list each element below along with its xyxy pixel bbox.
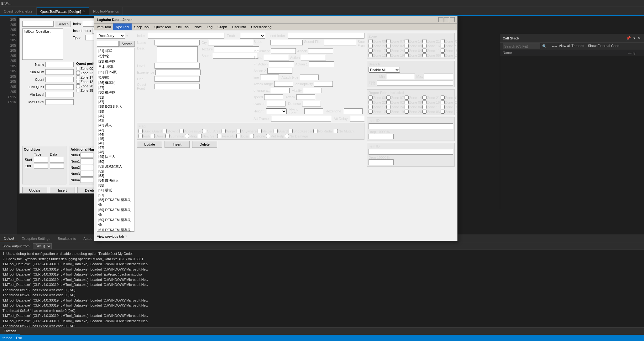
npc-stand-input[interactable] — [264, 55, 289, 60]
list-item[interactable]: [52] — [97, 169, 134, 173]
bottom-tab-threads[interactable]: Threads — [0, 328, 20, 335]
list-item[interactable]: [53] — [97, 173, 134, 178]
menu-item-npc[interactable]: Npc Tool — [113, 23, 132, 30]
npc-desc-textarea[interactable] — [157, 46, 198, 62]
no-radar-cb[interactable] — [313, 129, 317, 133]
npc-delete-btn[interactable]: Delete — [192, 141, 217, 148]
root-dropdown[interactable]: Root Jurry — [97, 33, 125, 39]
list-item[interactable]: [30] 概率蛇 — [97, 90, 134, 95]
regen-z09[interactable] — [405, 100, 409, 104]
callstack-search-input[interactable] — [503, 44, 540, 49]
menu-item-user-tracking[interactable]: User tracking — [249, 23, 274, 30]
npc-attdelay-input[interactable] — [350, 116, 364, 121]
list-item[interactable]: [47] — [97, 145, 134, 150]
npc-action2-input[interactable] — [267, 68, 292, 74]
item-id-input-1[interactable] — [369, 123, 453, 129]
bstone-cb[interactable] — [250, 134, 254, 138]
minimize-btn[interactable]: − — [438, 17, 443, 22]
regen-z04[interactable] — [405, 105, 409, 109]
list-item[interactable]: [27] — [97, 85, 134, 90]
output-tab-output[interactable]: Output — [0, 235, 18, 242]
regen-z11[interactable] — [422, 105, 427, 109]
list-item[interactable]: [49] 队主人 — [97, 154, 134, 159]
cond-start-data[interactable] — [50, 157, 64, 163]
npc-search-input[interactable] — [97, 41, 119, 47]
list-item[interactable]: [37] — [97, 100, 134, 104]
list-item[interactable]: [21] 将军 — [97, 48, 134, 54]
npc-line-input[interactable] — [154, 76, 200, 82]
npc-attacktype-input[interactable] — [300, 75, 319, 80]
list-item[interactable]: [50] — [97, 159, 134, 164]
npc-action1-input[interactable] — [309, 61, 334, 67]
view-all-threads-btn[interactable]: ⇐⇒ — [551, 44, 558, 49]
list-item[interactable]: 概率蛇 — [97, 75, 134, 80]
peaceful-cb[interactable] — [217, 134, 221, 138]
npc-z00[interactable] — [369, 39, 373, 43]
npc-name-input[interactable] — [154, 40, 200, 45]
moving-cb[interactable] — [163, 129, 167, 133]
summon-cb[interactable] — [165, 134, 170, 138]
callstack-menu-btn[interactable]: ▾ — [633, 35, 636, 41]
tab-quest-design[interactable]: QuestToolPa....cs [Design] ✕ — [37, 7, 90, 15]
height-select[interactable] — [266, 108, 287, 114]
npc-z07[interactable] — [386, 39, 390, 43]
max-level-input[interactable] — [45, 99, 74, 105]
quest-insert-btn[interactable]: Insert — [50, 187, 75, 194]
output-source-select[interactable]: Debug — [33, 243, 52, 249]
npc-attack-input[interactable] — [308, 48, 333, 54]
list-item[interactable]: [43] — [97, 128, 134, 132]
regen-z00[interactable] — [369, 96, 373, 100]
regen-z24[interactable] — [386, 105, 390, 109]
npc-flyingseat-input[interactable] — [304, 108, 323, 114]
npc-z18[interactable] — [441, 49, 445, 53]
npc-vitality-input[interactable] — [303, 88, 322, 93]
list-item[interactable]: [40] — [97, 114, 134, 118]
npc-z16[interactable] — [422, 44, 427, 48]
npc-cry-input[interactable] — [208, 40, 253, 45]
npc-search-btn[interactable]: Search — [119, 41, 135, 47]
npc-search-max[interactable] — [424, 74, 453, 79]
search-icon-btn[interactable]: 🔍 — [542, 44, 547, 49]
winpy-cb[interactable] — [222, 129, 226, 133]
list-item[interactable]: [39] — [97, 109, 134, 114]
drop-input-1[interactable] — [369, 134, 394, 139]
menu-item-tool[interactable]: Item Tool — [94, 23, 113, 30]
regen-z22[interactable] — [369, 100, 373, 104]
npc-z09[interactable] — [405, 44, 409, 48]
zone28-cb[interactable] — [76, 84, 80, 88]
boss-cb[interactable] — [236, 134, 240, 138]
npc-absorptivity-input[interactable] — [314, 81, 333, 87]
npc-dialog-titlebar[interactable]: Laghaim Data - Jonas − □ ✕ — [94, 16, 457, 23]
count-input[interactable] — [45, 77, 74, 82]
npc-z12[interactable] — [369, 53, 373, 57]
npc-z02[interactable] — [386, 44, 390, 48]
npc-experience-input[interactable] — [155, 70, 201, 75]
zone22-cb[interactable] — [76, 71, 80, 75]
list-item[interactable]: [56] 横板 — [97, 188, 134, 193]
npc-line2-input[interactable] — [260, 75, 279, 80]
aggressive-cb[interactable] — [180, 129, 184, 133]
close-btn[interactable]: ✕ — [450, 17, 455, 22]
num2-input[interactable] — [81, 165, 93, 170]
list-item[interactable]: [44] — [97, 132, 134, 137]
regen-z19[interactable] — [386, 110, 390, 114]
regen-z23[interactable] — [441, 100, 445, 104]
zone12-cb[interactable] — [76, 80, 80, 84]
npc-z11[interactable] — [422, 49, 427, 53]
list-item[interactable]: [57] — [97, 193, 134, 197]
list-item[interactable]: [48] — [97, 150, 134, 154]
menu-item-skill[interactable]: Skill Tool — [173, 23, 192, 30]
menu-item-log[interactable]: Log — [204, 23, 215, 30]
npc-z06[interactable] — [422, 53, 427, 57]
npc-insert-btn[interactable]: Insert — [165, 141, 190, 148]
show-external-label[interactable]: Show External Code — [588, 44, 619, 49]
npc-z21[interactable] — [422, 39, 427, 43]
zone00-cb[interactable] — [76, 67, 80, 70]
helper-cb[interactable] — [258, 129, 262, 133]
regen-z12[interactable] — [369, 110, 373, 114]
num3-input[interactable] — [81, 171, 93, 177]
num0-input[interactable] — [81, 152, 93, 158]
list-item[interactable]: [60] DEKAEM|概率先锋 — [97, 217, 134, 227]
list-item[interactable]: [41] — [97, 118, 134, 122]
output-tab-autos[interactable]: Autos — [80, 235, 96, 242]
